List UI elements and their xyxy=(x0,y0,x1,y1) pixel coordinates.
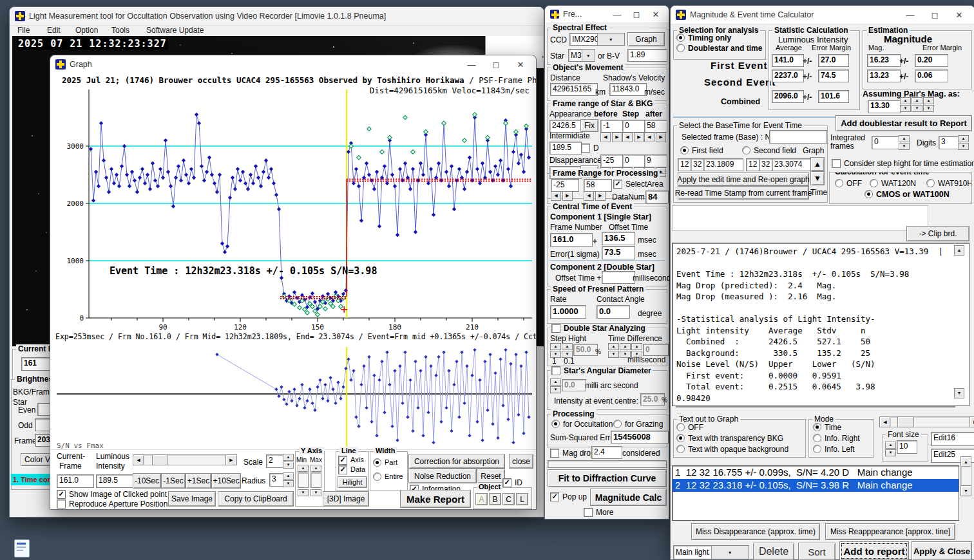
assuming-spinner-1[interactable]: ▲▼ xyxy=(900,97,911,112)
fresnel-titlebar[interactable]: Fre... — ◻ ✕ xyxy=(545,6,669,23)
mag2-err-field[interactable]: 0.06 xyxy=(915,70,948,82)
ymax-down-button[interactable]: ▼ xyxy=(310,489,321,496)
ymin-track[interactable] xyxy=(298,472,309,488)
offset2-field[interactable] xyxy=(602,271,635,284)
combined-err-field[interactable]: 101.6 xyxy=(818,90,849,103)
plus-1sec-button[interactable]: +1Sec xyxy=(186,473,211,489)
distance-field[interactable]: 429615165 xyxy=(550,83,598,96)
fit-diffraction-button[interactable]: Fit to Diffraction Curve xyxy=(548,469,667,487)
reproduce-aperture-checkbox[interactable]: Reproduce Aperture Position xyxy=(57,499,167,509)
add-to-report-button[interactable]: Add to report xyxy=(839,541,909,560)
close-icon[interactable]: ✕ xyxy=(510,60,531,70)
rate-field[interactable]: 1.0000 xyxy=(550,305,586,319)
before-field[interactable]: -1 xyxy=(600,120,624,133)
save-image-button[interactable]: Save Image xyxy=(168,491,216,507)
report-scroll-down-icon[interactable]: ▼ xyxy=(954,388,964,398)
object-b-button[interactable]: B xyxy=(489,493,501,505)
time-diff-spinner1[interactable]: ▲▼ xyxy=(608,343,619,358)
central-frame-field[interactable]: 161.0 xyxy=(550,233,593,247)
list-scroll-down-icon[interactable]: ▼ xyxy=(960,485,971,496)
mode-info-right-radio[interactable]: Info. Right xyxy=(813,434,860,443)
second-event-avg-field[interactable]: 2237.0 xyxy=(772,70,804,82)
hilight-button[interactable]: Hilight xyxy=(338,476,367,488)
spectral-graph-button[interactable]: Graph xyxy=(627,32,665,46)
event-list-item[interactable]: 1 12 32 16.755 +/- 0.099s, S/N= 4.20 D M… xyxy=(673,466,959,479)
close-button[interactable]: close xyxy=(509,454,533,469)
textout-transparent-radio[interactable]: Text with transparency BKG xyxy=(676,434,783,443)
for-occultation-radio[interactable]: for Occultation xyxy=(551,420,613,429)
digits-spinner[interactable]: ▲▼ xyxy=(958,135,969,150)
mag1-err-field[interactable]: 0.20 xyxy=(915,54,948,67)
apply-close-button[interactable]: Apply & Close xyxy=(912,541,972,560)
menu-option[interactable]: Option xyxy=(75,26,98,35)
add-doublestar-button[interactable]: Add doublestar result to Report xyxy=(836,115,972,131)
ymax-up-button[interactable]: ▲ xyxy=(310,465,321,472)
miss-disappearance-button[interactable]: Miss Disappearance (approx. time) xyxy=(691,523,820,540)
sort-button[interactable]: Sort xyxy=(798,543,836,560)
minus-1sec-button[interactable]: -1Sec xyxy=(161,473,186,489)
second-event-err-field[interactable]: 74.5 xyxy=(818,70,849,82)
id-checkbox[interactable]: ID xyxy=(502,478,522,487)
assuming-spinner-3[interactable]: ▲▼ xyxy=(923,97,934,112)
scroll-right-icon[interactable]: ▶ xyxy=(969,416,974,427)
dis-after-field[interactable]: 9 xyxy=(644,154,667,167)
current-frame-field[interactable]: 161.0 xyxy=(57,474,94,488)
scroll-thumb[interactable] xyxy=(152,454,167,465)
minus-10sec-button[interactable]: -10Sec xyxy=(133,473,161,489)
noise-reduction-button[interactable]: Noise Reduction xyxy=(408,469,477,483)
before-stepper[interactable]: ◀▶ xyxy=(600,133,622,142)
mode-info-left-radio[interactable]: Info. Left xyxy=(813,445,855,454)
for-grazing-radio[interactable]: for Grazing xyxy=(613,420,663,429)
show-image-checkbox[interactable]: Show Image of Clicked point xyxy=(57,490,167,499)
font-size-field[interactable]: 10 xyxy=(897,440,917,454)
intermidiate-field[interactable]: 189.5 xyxy=(549,142,582,154)
apply-edit-time-button[interactable]: Apply the edit time and Re-open graph xyxy=(678,173,809,186)
time-down-button[interactable]: ▼ xyxy=(810,171,825,185)
range-to-field[interactable]: 58 xyxy=(584,179,612,192)
image-3d-button[interactable]: [3D] Image xyxy=(323,491,369,507)
menu-software-update[interactable]: Software Update xyxy=(146,26,204,35)
cmos-wat100n-radio[interactable]: CMOS or WAT100N xyxy=(864,190,950,199)
step-field[interactable]: 0 xyxy=(622,120,645,133)
first-event-err-field[interactable]: 27.0 xyxy=(818,54,849,67)
consider-step-checkbox[interactable]: Consider step hight for time estimation xyxy=(832,159,974,168)
ccd-select[interactable]: IMX290▼ xyxy=(569,33,625,46)
magnitude-calc-button[interactable]: Magnitude Calc xyxy=(590,489,667,506)
appearance-fix-button[interactable]: Fix xyxy=(580,119,598,132)
wat120n-radio[interactable]: WAT120N xyxy=(870,179,916,188)
maximize-icon[interactable]: ◻ xyxy=(486,60,506,70)
double-star-checkbox[interactable]: Double Star Analyzing xyxy=(550,324,647,333)
plus-10sec-button[interactable]: +10Sec xyxy=(211,473,241,489)
dis-step-field[interactable]: 0 xyxy=(622,154,645,167)
more-checkbox[interactable]: More xyxy=(584,508,613,517)
selected-frame-field[interactable] xyxy=(769,130,827,144)
digits-field[interactable]: 3 xyxy=(939,136,960,149)
mag2-field[interactable]: 13.23 xyxy=(867,70,901,82)
range-from-field[interactable]: -25 xyxy=(551,179,579,192)
bv-field[interactable]: 1.89 xyxy=(627,49,667,62)
report-textarea[interactable]: 2025-7-21 / (1746)Brouwer / UCAC4 295-16… xyxy=(672,243,969,406)
object-c-button[interactable]: C xyxy=(502,493,515,505)
ymin-up-button[interactable]: ▲ xyxy=(298,465,309,472)
after-stepper[interactable]: ◀▶ xyxy=(644,133,666,142)
textout-opaque-radio[interactable]: Text with opaque background xyxy=(676,445,788,454)
integrated-spinner[interactable]: ▲▼ xyxy=(899,135,910,150)
miss-reappearance-button[interactable]: Miss Reapppearance [approx. tine] xyxy=(825,523,955,540)
minimize-icon[interactable]: — xyxy=(900,10,921,20)
range-to-stepper[interactable]: ◀▶ xyxy=(584,191,606,201)
angular-diameter-checkbox[interactable]: Star's Angular Diameter xyxy=(550,366,653,375)
graph-titlebar[interactable]: Graph — ◻ ✕ xyxy=(50,55,536,74)
frame-scrollbar[interactable]: ◀ ▶ xyxy=(133,454,236,465)
menu-tools[interactable]: Tools xyxy=(111,26,129,35)
copy-clipboard-button[interactable]: Copy to ClipBoard xyxy=(218,491,294,507)
angular-spinner[interactable]: ▲▼ xyxy=(550,378,561,393)
reset-button[interactable]: Reset xyxy=(477,469,505,483)
main-light-change-select[interactable]: Main light change▼ xyxy=(673,545,749,559)
ymax-track[interactable] xyxy=(310,472,321,488)
after-field[interactable]: 58 xyxy=(644,120,667,133)
object-a-button[interactable]: A xyxy=(475,493,488,505)
textout-off-radio[interactable]: OFF xyxy=(676,423,703,432)
mag-drop-field[interactable]: 2.4 xyxy=(591,446,622,459)
popup-checkbox[interactable]: Pop up xyxy=(550,492,587,501)
first-field-radio[interactable]: First field xyxy=(680,146,723,155)
